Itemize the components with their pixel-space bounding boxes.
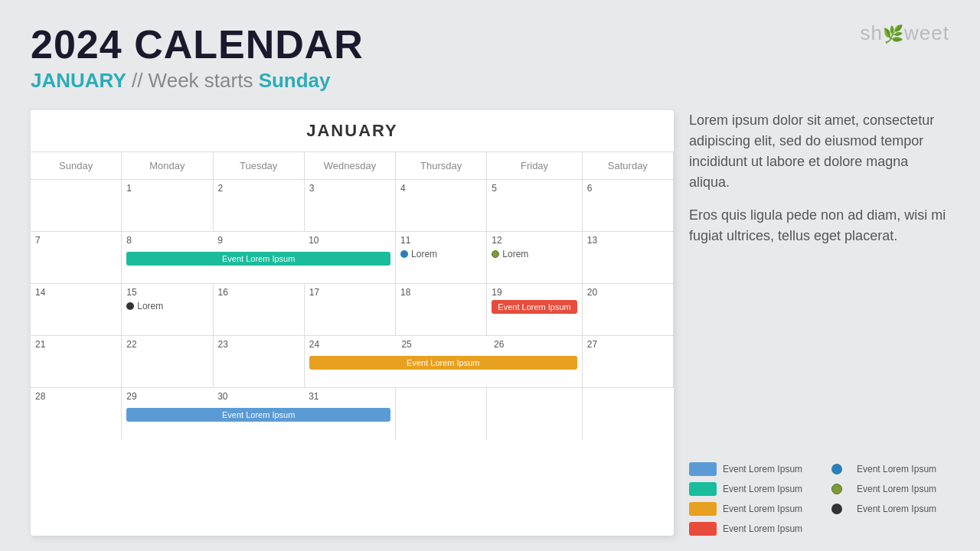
- right-panel: Lorem ipsum dolor sit amet, consectetur …: [689, 110, 949, 536]
- cal-cell: 5: [487, 180, 582, 232]
- legend-dot-olive: [831, 484, 842, 494]
- cal-cell: 23: [214, 336, 305, 388]
- page-title: 2024 CALENDAR: [31, 23, 949, 67]
- legend-item-dot-olive: Event Lorem Ipsum: [823, 482, 949, 496]
- legend-swatch-red: [689, 522, 717, 536]
- cal-cell: 27: [583, 336, 674, 388]
- event-red-bar: Event Lorem Ipsum: [492, 300, 577, 314]
- calendar: JANUARY Sunday Monday Tuesday Wednesday …: [31, 110, 674, 536]
- day-header-thu: Thursday: [396, 152, 487, 180]
- cal-cell: 22: [122, 336, 213, 388]
- description-para2: Eros quis ligula pede non ad diam, wisi …: [689, 205, 949, 246]
- content-row: JANUARY Sunday Monday Tuesday Wednesday …: [31, 110, 949, 536]
- legend: Event Lorem Ipsum Event Lorem Ipsum Even…: [689, 462, 949, 536]
- legend-label: Event Lorem Ipsum: [723, 464, 802, 474]
- week-start-label: Sunday: [259, 69, 331, 92]
- legend-swatch-orange: [689, 502, 717, 516]
- day-header-mon: Monday: [122, 152, 213, 180]
- cal-cell: 21: [31, 336, 122, 388]
- sub-title: JANUARY // Week starts Sunday: [31, 67, 949, 94]
- cal-cell: 4: [396, 180, 487, 232]
- dark-dot-icon: [126, 302, 134, 310]
- legend-label: Event Lorem Ipsum: [857, 504, 936, 514]
- description: Lorem ipsum dolor sit amet, consectetur …: [689, 110, 949, 259]
- cal-cell: 8 9 10 Event Lorem Ipsum: [122, 232, 396, 284]
- cal-cell: 6: [583, 180, 674, 232]
- cal-cell: 18: [396, 284, 487, 336]
- legend-swatch-teal: [689, 482, 717, 496]
- cal-cell: [396, 388, 487, 440]
- cal-cell: [583, 388, 674, 440]
- legend-dot-blue: [831, 464, 842, 474]
- legend-swatch-steel: [689, 462, 717, 476]
- legend-label: Event Lorem Ipsum: [723, 523, 802, 534]
- cal-cell: 17: [305, 284, 396, 336]
- cal-cell: 19 Event Lorem Ipsum: [487, 284, 582, 336]
- header: 2024 CALENDAR JANUARY // Week starts Sun…: [31, 23, 949, 95]
- blue-dot-icon: [400, 250, 408, 258]
- cal-cell: 28: [31, 388, 122, 440]
- legend-label: Event Lorem Ipsum: [723, 484, 802, 494]
- legend-item-steel: Event Lorem Ipsum: [689, 462, 815, 476]
- legend-item-orange: Event Lorem Ipsum: [689, 502, 815, 516]
- legend-label: Event Lorem Ipsum: [857, 464, 936, 474]
- olive-dot-icon: [492, 250, 499, 258]
- day-header-wed: Wednesday: [305, 152, 396, 180]
- cal-cell: 1: [122, 180, 213, 232]
- cal-cell: 29 30 31 Event Lorem Ipsum: [122, 388, 396, 440]
- cal-cell: 2: [214, 180, 305, 232]
- legend-item-dot-blue: Event Lorem Ipsum: [823, 462, 949, 476]
- event-dot-blue: Lorem: [400, 249, 437, 259]
- legend-label: Event Lorem Ipsum: [857, 484, 936, 494]
- cal-cell: 13: [583, 232, 674, 284]
- cal-cell: 15 Lorem: [122, 284, 213, 336]
- day-header-sat: Saturday: [583, 152, 674, 180]
- event-dot-dark: Lorem: [126, 301, 163, 311]
- day-header-fri: Friday: [487, 152, 582, 180]
- legend-item-teal: Event Lorem Ipsum: [689, 482, 815, 496]
- event-steel-bar: Event Lorem Ipsum: [126, 408, 390, 422]
- event-orange-bar: Event Lorem Ipsum: [309, 356, 577, 370]
- description-para1: Lorem ipsum dolor sit amet, consectetur …: [689, 110, 949, 193]
- cal-cell: 12 Lorem: [487, 232, 582, 284]
- month-label: JANUARY: [31, 69, 126, 92]
- cal-cell: [31, 180, 122, 232]
- subtitle-rest: // Week starts: [126, 69, 259, 92]
- page: sh🌿weet 2024 CALENDAR JANUARY // Week st…: [0, 0, 980, 551]
- cal-cell: 7: [31, 232, 122, 284]
- logo: sh🌿weet: [861, 21, 949, 45]
- cal-cell: [487, 388, 582, 440]
- event-teal-bar: Event Lorem Ipsum: [126, 252, 390, 266]
- calendar-month-header: JANUARY: [31, 110, 674, 152]
- cal-cell: 20: [583, 284, 674, 336]
- cal-cell: 11 Lorem: [396, 232, 487, 284]
- calendar-grid: Sunday Monday Tuesday Wednesday Thursday…: [31, 152, 674, 440]
- day-header-sun: Sunday: [31, 152, 122, 180]
- event-dot-olive: Lorem: [492, 249, 528, 259]
- cal-cell: 3: [305, 180, 396, 232]
- legend-item-red: Event Lorem Ipsum: [689, 522, 815, 536]
- cal-cell: 16: [214, 284, 305, 336]
- legend-item-dot-dark: Event Lorem Ipsum: [823, 502, 949, 516]
- cal-cell: 14: [31, 284, 122, 336]
- legend-dot-dark: [831, 504, 842, 514]
- cal-cell: 24 25 26 Event Lorem Ipsum: [305, 336, 583, 388]
- day-header-tue: Tuesday: [214, 152, 305, 180]
- legend-label: Event Lorem Ipsum: [723, 504, 802, 514]
